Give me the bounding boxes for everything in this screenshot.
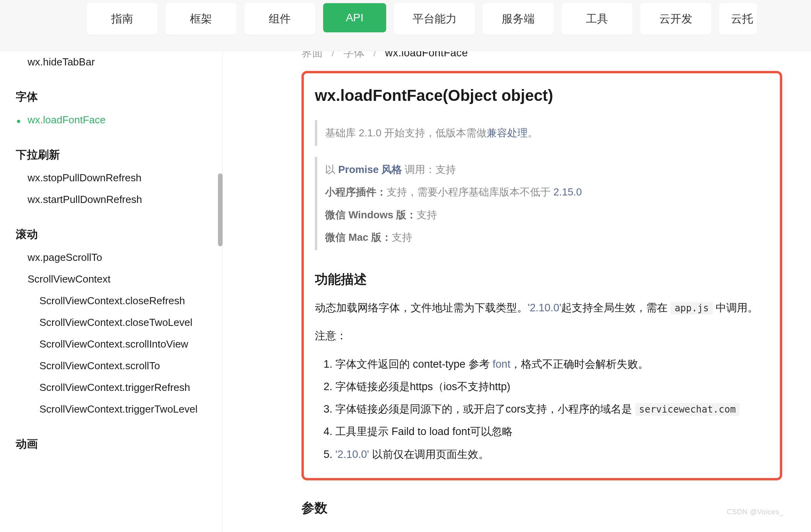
nav-tab-component[interactable]: 组件 — [244, 3, 315, 35]
baselib-text: 基础库 2.1.0 开始支持，低版本需做 — [325, 127, 487, 139]
code-appjs: app.js — [671, 302, 713, 314]
breadcrumb-b[interactable]: 字体 — [343, 51, 365, 59]
quote-meta: 以 Promise 风格 调用：支持 小程序插件：支持，需要小程序基础库版本不低… — [315, 157, 769, 250]
meta-mac: 微信 Mac 版：支持 — [325, 226, 769, 249]
section-params: 参数 — [301, 499, 795, 517]
breadcrumb-sep: / — [331, 51, 335, 59]
section-func-desc: 功能描述 — [315, 271, 769, 288]
nav-tab-server[interactable]: 服务端 — [483, 3, 554, 35]
notes-label: 注意： — [315, 326, 769, 346]
sidebar-item[interactable]: wx.pageScrollTo — [16, 247, 210, 268]
breadcrumb-sep: / — [373, 51, 376, 59]
sidebar-heading-animation[interactable]: 动画 — [16, 437, 210, 452]
sidebar-scrollbar[interactable] — [218, 173, 223, 246]
note-item: 字体链接必须是https（ios不支持http) — [335, 377, 769, 397]
link-version-2100b[interactable]: '2.10.0' — [335, 448, 369, 460]
nav-tab-framework[interactable]: 框架 — [166, 3, 236, 35]
api-title: wx.loadFontFace(Object object) — [315, 87, 769, 104]
code-domain: servicewechat.com — [635, 403, 740, 416]
nav-tab-guide[interactable]: 指南 — [87, 3, 158, 35]
breadcrumb-a[interactable]: 界面 — [301, 51, 323, 59]
meta-plugin: 小程序插件：支持，需要小程序基础库版本不低于 2.15.0 — [325, 181, 769, 203]
breadcrumb: 界面 / 字体 / wx.loadFontFace — [301, 51, 795, 60]
sidebar-heading-scroll[interactable]: 滚动 — [16, 227, 210, 242]
notes-list: 字体文件返回的 contet-type 参考 font，格式不正确时会解析失败。… — [315, 354, 769, 465]
nav-tab-cloud-dev[interactable]: 云开发 — [640, 3, 711, 35]
sidebar-item[interactable]: ScrollViewContext.scrollTo — [16, 355, 210, 377]
sidebar-heading-pulldown[interactable]: 下拉刷新 — [16, 147, 210, 162]
sidebar-item[interactable]: ScrollViewContext.closeRefresh — [16, 290, 210, 312]
top-nav: 指南 框架 组件 API 平台能力 服务端 工具 云开发 云托 — [0, 0, 811, 51]
link-promise[interactable]: Promise 风格 — [338, 164, 402, 175]
nav-tab-tools[interactable]: 工具 — [562, 3, 632, 35]
nav-tab-platform[interactable]: 平台能力 — [394, 3, 475, 35]
quote-baselib: 基础库 2.1.0 开始支持，低版本需做兼容处理。 — [315, 120, 769, 146]
sidebar-item[interactable]: ScrollViewContext.closeTwoLevel — [16, 312, 210, 333]
link-version-2150[interactable]: 2.15.0 — [553, 186, 582, 198]
note-item: '2.10.0' 以前仅在调用页面生效。 — [335, 445, 769, 465]
note-item: 字体文件返回的 contet-type 参考 font，格式不正确时会解析失败。 — [335, 354, 769, 374]
meta-windows: 微信 Windows 版：支持 — [325, 204, 769, 226]
main-content: 界面 / 字体 / wx.loadFontFace wx.loadFontFac… — [223, 51, 811, 532]
note-item: 字体链接必须是同源下的，或开启了cors支持，小程序的域名是 servicewe… — [335, 399, 769, 419]
sidebar[interactable]: wx.hideTabBar 字体 wx.loadFontFace 下拉刷新 wx… — [0, 51, 223, 532]
link-compat[interactable]: 兼容处理 — [487, 127, 528, 139]
link-version-2100[interactable]: '2.10.0' — [528, 302, 561, 314]
nav-tab-api[interactable]: API — [323, 3, 386, 32]
meta-promise: 以 Promise 风格 调用：支持 — [325, 158, 769, 181]
sidebar-item[interactable]: ScrollViewContext.triggerTwoLevel — [16, 398, 210, 420]
baselib-post: 。 — [528, 127, 538, 139]
highlight-box: wx.loadFontFace(Object object) 基础库 2.1.0… — [301, 71, 782, 480]
sidebar-heading-font[interactable]: 字体 — [16, 89, 210, 104]
breadcrumb-c: wx.loadFontFace — [385, 51, 468, 59]
nav-tab-cloud-host[interactable]: 云托 — [719, 3, 757, 35]
func-desc-paragraph: 动态加载网络字体，文件地址需为下载类型。'2.10.0'起支持全局生效，需在 a… — [315, 298, 769, 318]
sidebar-item[interactable]: ScrollViewContext — [16, 268, 210, 290]
watermark: CSDN @Voices_ — [727, 508, 783, 516]
sidebar-item[interactable]: ScrollViewContext.scrollIntoView — [16, 333, 210, 355]
sidebar-item[interactable]: wx.startPullDownRefresh — [16, 189, 210, 210]
sidebar-item[interactable]: wx.stopPullDownRefresh — [16, 167, 210, 189]
link-font[interactable]: font — [493, 358, 510, 370]
note-item: 工具里提示 Faild to load font可以忽略 — [335, 422, 769, 442]
sidebar-item[interactable]: ScrollViewContext.triggerRefresh — [16, 377, 210, 398]
sidebar-item[interactable]: wx.hideTabBar — [16, 51, 210, 73]
sidebar-item-loadfontface[interactable]: wx.loadFontFace — [16, 109, 210, 131]
